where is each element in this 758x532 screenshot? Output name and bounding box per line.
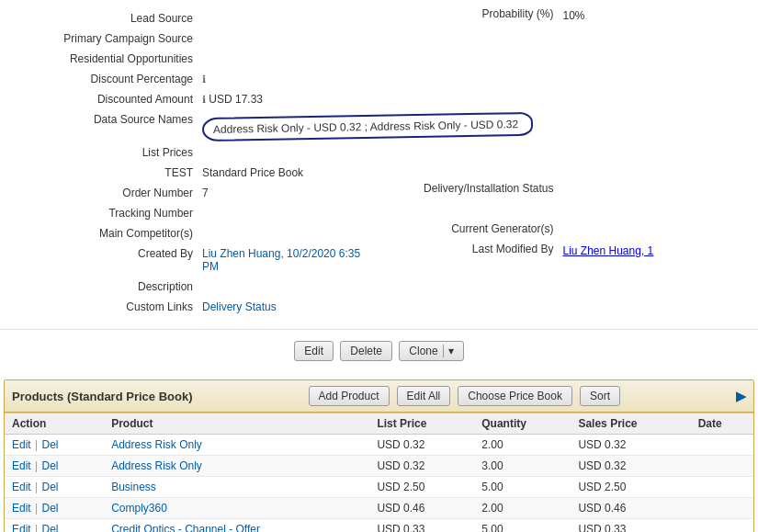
del-row-link[interactable]: Del (41, 438, 58, 451)
action-cell: Edit | Del (5, 435, 104, 456)
discounted-amount-icon: ℹ (202, 94, 206, 105)
product-cell: Business (104, 477, 369, 498)
date-cell (691, 519, 753, 533)
product-link[interactable]: Credit Optics - Channel - Offer (111, 523, 260, 532)
delete-button[interactable]: Delete (340, 341, 392, 361)
list-prices-label: List Prices (0, 144, 202, 159)
del-row-link[interactable]: Del (41, 481, 58, 493)
edit-row-link[interactable]: Edit (12, 459, 31, 472)
created-by-link[interactable]: Liu Zhen Huang, 10/2/2020 6:35 PM (202, 247, 360, 273)
discounted-amount-value: ℹ USD 17.33 (202, 91, 758, 106)
discount-pct-label: Discount Percentage (0, 71, 202, 85)
residential-label: Residential Opportunities (0, 51, 202, 65)
custom-links-label: Custom Links (0, 299, 202, 313)
residential-value (202, 51, 758, 52)
probability-value: 10% (563, 7, 759, 28)
quantity-cell: 2.00 (474, 435, 571, 456)
products-table: Action Product List Price Quantity Sales… (5, 413, 753, 532)
date-cell (691, 456, 753, 477)
products-section: Products (Standard Price Book) Add Produ… (4, 379, 754, 532)
edit-all-button[interactable]: Edit All (397, 386, 451, 406)
col-action: Action (5, 413, 104, 435)
date-cell (691, 435, 753, 456)
test-value: Standard Price Book (202, 164, 758, 179)
product-cell: Address Risk Only (104, 435, 369, 456)
sales-price-cell: USD 2.50 (571, 477, 690, 498)
products-title: Products (Standard Price Book) (12, 390, 192, 403)
created-by-label: Created By (0, 245, 202, 260)
product-cell: Address Risk Only (104, 456, 369, 477)
list-prices-value (202, 144, 758, 146)
last-modified-link[interactable]: Liu Zhen Huang, 1 (563, 244, 654, 257)
product-link[interactable]: Comply360 (111, 502, 167, 515)
sales-price-cell: USD 0.32 (571, 456, 690, 477)
main-competitor-label: Main Competitor(s) (0, 225, 202, 240)
products-paging-arrow[interactable]: ▶ (736, 389, 746, 403)
separator: | (35, 481, 40, 493)
edit-row-link[interactable]: Edit (12, 438, 31, 451)
clone-label[interactable]: Clone (409, 345, 437, 357)
table-row: Edit | Del Business USD 2.50 5.00 USD 2.… (5, 477, 753, 498)
order-number-label: Order Number (0, 185, 202, 199)
edit-row-link[interactable]: Edit (12, 481, 31, 493)
product-link[interactable]: Business (111, 481, 156, 493)
edit-row-link[interactable]: Edit (12, 523, 31, 532)
clone-button-group: Clone ▾ (399, 341, 463, 361)
list-price-cell: USD 0.46 (369, 498, 474, 519)
clone-dropdown-arrow[interactable]: ▾ (443, 345, 454, 357)
separator: | (35, 523, 40, 532)
discount-pct-value: ℹ (202, 71, 758, 85)
list-price-cell: USD 0.32 (369, 456, 474, 477)
data-source-value: Address Risk Only - USD 0.32 ; Address R… (202, 111, 758, 139)
description-value (202, 278, 758, 280)
discounted-amount-label: Discounted Amount (0, 91, 202, 106)
action-cell: Edit | Del (5, 498, 104, 519)
del-row-link[interactable]: Del (41, 459, 58, 472)
current-generator-value (563, 222, 759, 243)
lead-source-label: Lead Source (0, 10, 202, 25)
date-cell (691, 477, 753, 498)
list-price-cell: USD 2.50 (369, 477, 474, 498)
table-row: Edit | Del Credit Optics - Channel - Off… (5, 519, 753, 533)
add-product-button[interactable]: Add Product (309, 386, 390, 406)
action-cell: Edit | Del (5, 456, 104, 477)
delivery-status-label: Delivery/Installation Status (379, 182, 563, 202)
sort-button[interactable]: Sort (580, 386, 620, 406)
product-link[interactable]: Address Risk Only (111, 459, 202, 472)
action-cell: Edit | Del (5, 519, 104, 533)
current-generator-label: Current Generator(s) (379, 222, 563, 243)
col-sales-price: Sales Price (571, 413, 690, 435)
separator: | (35, 438, 40, 451)
sales-price-cell: USD 0.46 (571, 498, 690, 519)
quantity-cell: 3.00 (474, 456, 571, 477)
table-row: Edit | Del Address Risk Only USD 0.32 3.… (5, 456, 753, 477)
edit-row-link[interactable]: Edit (12, 502, 31, 515)
products-actions: Add Product Edit All Choose Price Book S… (307, 386, 622, 406)
delivery-status-link[interactable]: Delivery Status (202, 300, 277, 313)
probability-label: Probability (%) (379, 7, 563, 28)
date-cell (691, 498, 753, 519)
discount-info-icon: ℹ (202, 74, 206, 85)
quantity-cell: 2.00 (474, 498, 571, 519)
last-modified-label: Last Modified By (379, 243, 563, 276)
col-date: Date (691, 413, 753, 435)
main-competitor-value (202, 225, 379, 227)
separator: | (35, 502, 40, 515)
col-list-price: List Price (369, 413, 474, 435)
edit-button[interactable]: Edit (294, 341, 334, 361)
primary-campaign-value (202, 30, 758, 32)
del-row-link[interactable]: Del (41, 523, 58, 532)
created-by-value: Liu Zhen Huang, 10/2/2020 6:35 PM (202, 245, 379, 273)
sales-price-cell: USD 0.32 (571, 435, 690, 456)
products-header: Products (Standard Price Book) Add Produ… (5, 380, 753, 413)
product-link[interactable]: Address Risk Only (111, 438, 202, 451)
actions-bar: Edit Delete Clone ▾ (0, 329, 758, 372)
description-label: Description (0, 278, 202, 293)
quantity-cell: 5.00 (474, 477, 571, 498)
col-quantity: Quantity (474, 413, 571, 435)
table-row: Edit | Del Address Risk Only USD 0.32 2.… (5, 435, 753, 456)
custom-links-value: Delivery Status (202, 299, 758, 313)
del-row-link[interactable]: Del (41, 502, 58, 515)
last-modified-value: Liu Zhen Huang, 1 (563, 243, 759, 276)
choose-price-book-button[interactable]: Choose Price Book (458, 386, 572, 406)
